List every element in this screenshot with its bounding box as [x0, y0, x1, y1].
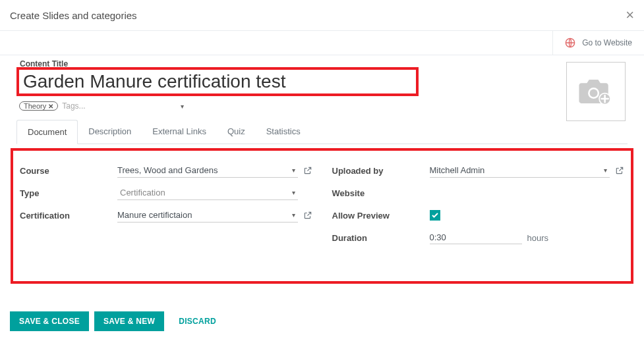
tab-document[interactable]: Document: [16, 120, 78, 144]
save-close-button[interactable]: SAVE & CLOSE: [10, 311, 89, 331]
course-value: Trees, Wood and Gardens: [117, 165, 289, 175]
field-uploaded-by: Uploaded by Mitchell Admin ▾: [332, 163, 625, 178]
allow-preview-label: Allow Preview: [332, 211, 430, 221]
website-value: [430, 186, 625, 200]
course-label: Course: [20, 166, 117, 176]
allow-preview-value: [430, 208, 625, 223]
tag-label: Theory: [24, 102, 46, 110]
chevron-down-icon: ▾: [289, 211, 298, 219]
chevron-down-icon[interactable]: ▾: [181, 103, 184, 110]
save-new-button[interactable]: SAVE & NEW: [94, 311, 164, 331]
website-label: Website: [332, 188, 430, 198]
external-link-icon[interactable]: [303, 166, 312, 175]
goto-website-label: Go to Website: [582, 38, 632, 47]
top-bar: Go to Website: [0, 31, 644, 55]
type-select[interactable]: Certification ▾: [117, 186, 298, 200]
external-link-icon[interactable]: [303, 211, 312, 220]
tab-statistics[interactable]: Statistics: [256, 120, 311, 144]
uploaded-by-value: Mitchell Admin: [430, 165, 602, 175]
title-highlight: [16, 67, 419, 96]
external-link-icon[interactable]: [615, 166, 624, 175]
type-value: Certification: [117, 188, 289, 198]
globe-icon: [565, 38, 575, 48]
tags-field[interactable]: Theory ✕ Tags... ▾: [19, 101, 628, 111]
field-course: Course Trees, Wood and Gardens ▾: [20, 163, 312, 178]
field-allow-preview: Allow Preview: [332, 207, 625, 223]
tabs: Document Description External Links Quiz…: [16, 120, 628, 144]
form-highlight: Course Trees, Wood and Gardens ▾ Type Ce…: [11, 148, 633, 284]
thumbnail-upload[interactable]: [566, 62, 626, 121]
goto-website-button[interactable]: Go to Website: [552, 31, 644, 55]
field-certification: Certification Manure certifictaion ▾: [20, 207, 312, 223]
chevron-down-icon: ▾: [289, 167, 298, 174]
field-duration: Duration hours: [332, 230, 625, 246]
close-icon[interactable]: ×: [626, 7, 634, 24]
duration-input[interactable]: [430, 231, 522, 244]
field-type: Type Certification ▾: [20, 185, 312, 201]
tab-description[interactable]: Description: [78, 120, 142, 144]
duration-unit: hours: [527, 233, 549, 243]
certification-value: Manure certifictaion: [117, 210, 289, 220]
type-label: Type: [20, 188, 117, 198]
tab-external-links[interactable]: External Links: [142, 120, 217, 144]
modal-title: Create Slides and categories: [10, 10, 137, 21]
duration-label: Duration: [332, 233, 430, 243]
certification-label: Certification: [20, 211, 117, 221]
tag-remove-icon[interactable]: ✕: [48, 103, 53, 110]
chevron-down-icon: ▾: [601, 167, 610, 174]
uploaded-by-label: Uploaded by: [332, 166, 430, 176]
tab-quiz[interactable]: Quiz: [217, 120, 256, 144]
tag-chip[interactable]: Theory ✕: [19, 101, 58, 111]
form-col-right: Uploaded by Mitchell Admin ▾ Website All…: [332, 163, 625, 252]
allow-preview-checkbox[interactable]: [430, 210, 440, 221]
certification-select[interactable]: Manure certifictaion ▾: [117, 208, 298, 223]
uploaded-by-select[interactable]: Mitchell Admin ▾: [430, 163, 610, 178]
form-row: Course Trees, Wood and Gardens ▾ Type Ce…: [20, 163, 624, 252]
camera-plus-icon: [577, 76, 614, 107]
tags-placeholder: Tags...: [62, 101, 85, 111]
modal-footer: SAVE & CLOSE SAVE & NEW DISCARD: [10, 311, 225, 331]
content-area: Content Title Theory ✕ Tags... ▾: [0, 55, 644, 111]
form-col-left: Course Trees, Wood and Gardens ▾ Type Ce…: [20, 163, 312, 252]
discard-button[interactable]: DISCARD: [169, 311, 225, 331]
content-title-input[interactable]: [23, 71, 412, 92]
check-icon: [431, 211, 439, 219]
chevron-down-icon: ▾: [289, 189, 298, 196]
field-website: Website: [332, 185, 625, 201]
course-select[interactable]: Trees, Wood and Gardens ▾: [117, 163, 298, 178]
svg-point-2: [590, 90, 598, 97]
modal-header: Create Slides and categories ×: [0, 0, 644, 31]
